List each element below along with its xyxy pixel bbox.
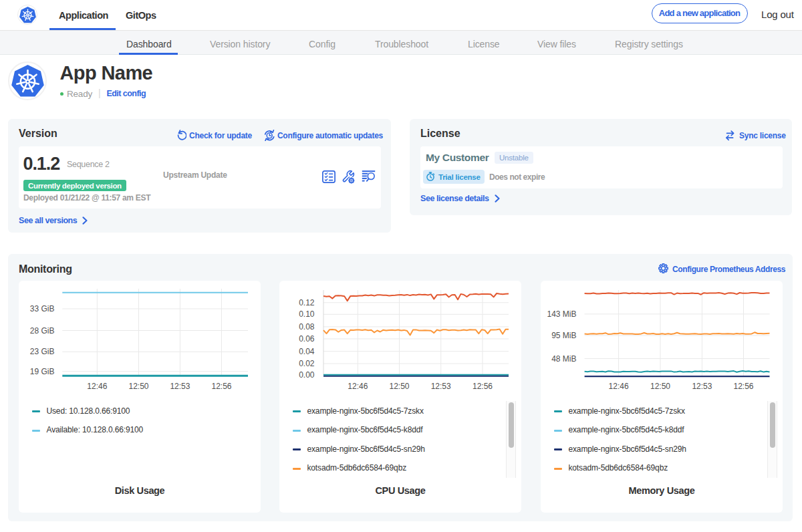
svg-text:12:46: 12:46	[348, 382, 368, 391]
svg-text:12:53: 12:53	[431, 382, 451, 391]
svg-text:12:56: 12:56	[473, 382, 493, 391]
svg-text:143 MiB: 143 MiB	[547, 309, 576, 319]
svg-text:12:46: 12:46	[87, 382, 107, 391]
svg-text:0.12: 0.12	[299, 298, 315, 307]
svg-text:48 MiB: 48 MiB	[551, 354, 576, 364]
svg-text:12:53: 12:53	[170, 382, 190, 391]
svg-text:0.08: 0.08	[299, 322, 315, 331]
svg-text:0.04: 0.04	[299, 347, 315, 356]
svg-text:0.00: 0.00	[299, 370, 315, 380]
svg-text:12:50: 12:50	[650, 382, 670, 391]
svg-text:12:50: 12:50	[389, 382, 409, 391]
svg-text:95 MiB: 95 MiB	[551, 331, 576, 340]
svg-text:12:56: 12:56	[733, 382, 753, 391]
svg-text:12:53: 12:53	[692, 382, 712, 391]
svg-text:28 GiB: 28 GiB	[30, 326, 55, 336]
svg-text:19 GiB: 19 GiB	[30, 367, 55, 376]
svg-text:12:56: 12:56	[211, 382, 231, 391]
svg-text:12:50: 12:50	[128, 382, 148, 391]
svg-text:33 GiB: 33 GiB	[30, 304, 55, 313]
svg-text:0.10: 0.10	[299, 309, 315, 319]
svg-text:12:46: 12:46	[609, 382, 629, 391]
svg-text:23 GiB: 23 GiB	[30, 347, 55, 356]
svg-text:0.02: 0.02	[299, 359, 315, 368]
svg-text:0.06: 0.06	[299, 334, 315, 344]
